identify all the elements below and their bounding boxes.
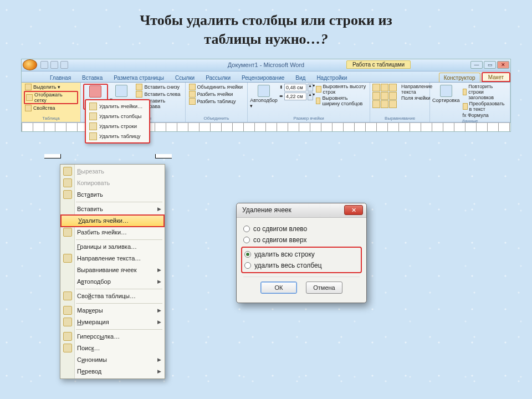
chevron-right-icon: ▶ <box>157 357 161 362</box>
ctx-bullets[interactable]: Маркеры▶ <box>60 305 165 316</box>
ctx-split-cells[interactable]: Разбить ячейки… <box>60 227 165 238</box>
insert-left-button[interactable]: Вставить слева <box>135 91 182 98</box>
qat-save-icon[interactable] <box>40 61 48 69</box>
repeat-header-button[interactable]: Повторить строки заголовков <box>462 84 508 100</box>
ctx-hyperlink[interactable]: Гиперссылка… <box>60 331 165 342</box>
row-height-input[interactable]: ⬍0,48 см▲▼ <box>279 84 313 91</box>
radio-delete-row[interactable]: удалить всю строку <box>244 249 359 260</box>
tab-table-design[interactable]: Конструктор <box>439 73 480 82</box>
group-alignment: Направление текста Поля ячейки Выравнива… <box>370 83 430 122</box>
split-table-button[interactable]: Разбить таблицу <box>188 98 237 105</box>
delete-dropdown-menu: Удалить ячейки… Удалить столбцы Удалить … <box>85 99 150 144</box>
align-bl-icon[interactable] <box>372 100 380 108</box>
align-br-icon[interactable] <box>389 100 397 108</box>
convert-text-button[interactable]: Преобразовать в текст <box>462 101 508 112</box>
radio-shift-left[interactable]: со сдвигом влево <box>243 223 360 234</box>
copy-icon <box>63 178 72 187</box>
dialog-titlebar[interactable]: Удаление ячеек ✕ <box>237 203 366 218</box>
col-width-icon: ⬌ <box>279 94 283 99</box>
ctx-table-properties[interactable]: Свойства таблицы… <box>60 290 165 302</box>
maximize-button[interactable]: ▭ <box>484 61 496 69</box>
office-button[interactable] <box>23 59 37 70</box>
contextual-tab-group-label: Работа с таблицами <box>346 60 411 69</box>
tab-mailings[interactable]: Рассылки <box>201 73 236 82</box>
numbering-icon <box>63 318 72 326</box>
align-bc-icon[interactable] <box>381 100 388 108</box>
chevron-right-icon: ▶ <box>157 319 161 325</box>
titlebar: Документ1 - Microsoft Word Работа с табл… <box>22 59 510 71</box>
radio-shift-up[interactable]: со сдвигом вверх <box>243 234 360 245</box>
dialog-buttons: ОК Отмена <box>243 277 360 299</box>
align-tc-icon[interactable] <box>381 84 388 91</box>
formula-button[interactable]: fx Формула <box>462 112 508 118</box>
qat-undo-icon[interactable] <box>50 61 58 69</box>
ctx-insert[interactable]: Вставить▶ <box>60 203 165 215</box>
align-ml-icon[interactable] <box>372 92 380 100</box>
qat-redo-icon[interactable] <box>60 61 68 69</box>
tab-references[interactable]: Ссылки <box>170 73 200 82</box>
col-width-input[interactable]: ⬌4,22 см▲▼ <box>279 93 313 100</box>
delete-x-icon <box>89 85 101 98</box>
ctx-paste[interactable]: Вставить <box>60 189 165 201</box>
ctx-autofit[interactable]: Автоподбор▶ <box>60 276 165 288</box>
radio-delete-col[interactable]: удалить весь столбец <box>244 260 359 271</box>
alignment-grid[interactable] <box>372 84 397 108</box>
ctx-cut[interactable]: Вырезать <box>60 166 165 177</box>
delete-cells-menuitem[interactable]: Удалить ячейки… <box>86 101 149 111</box>
distribute-rows-button[interactable]: Выровнять высоту строк <box>315 84 367 95</box>
slide-title-line2: таблицы нужно <box>204 31 306 47</box>
split-cells-button[interactable]: Разбить ячейки <box>188 91 234 98</box>
close-button[interactable]: ✕ <box>497 61 509 69</box>
radio-selected-icon <box>244 251 251 258</box>
delete-table-menuitem[interactable]: Удалить таблицу <box>86 131 149 141</box>
minimize-button[interactable]: — <box>470 61 483 69</box>
delete-columns-icon <box>89 112 97 120</box>
ctx-lookup[interactable]: Поиск… <box>60 342 165 354</box>
ctx-separator <box>76 239 162 240</box>
ctx-delete-cells[interactable]: Удалить ячейки… <box>60 214 165 227</box>
quick-access-toolbar <box>40 61 68 69</box>
sort-button[interactable]: Сортировка <box>432 84 459 103</box>
dialog-close-button[interactable]: ✕ <box>344 205 363 215</box>
radio-icon <box>244 262 251 269</box>
align-tl-icon[interactable] <box>372 84 380 91</box>
delete-rows-icon <box>89 122 97 130</box>
ctx-copy[interactable]: Копировать <box>60 177 165 189</box>
highlighted-radio-group: удалить всю строку удалить весь столбец <box>241 247 362 273</box>
ok-button[interactable]: ОК <box>260 282 297 294</box>
context-menu: Вырезать Копировать Вставить Вставить▶ У… <box>60 164 165 379</box>
slide-heading: Чтобы удалить столбцы или строки из табл… <box>0 0 532 54</box>
align-mr-icon[interactable] <box>389 92 397 100</box>
tab-insert[interactable]: Вставка <box>77 73 108 82</box>
radio-icon <box>243 226 250 232</box>
group-data: Сортировка Повторить строки заголовков П… <box>430 83 510 122</box>
show-gridlines-button[interactable]: Отображать сетку <box>24 91 78 104</box>
tab-table-layout[interactable]: Макет <box>482 72 510 82</box>
cell-margins-button[interactable]: Поля ячейки <box>400 95 433 101</box>
ctx-numbering[interactable]: Нумерация▶ <box>60 316 165 328</box>
table-properties-button[interactable]: Свойства <box>24 105 57 111</box>
select-button[interactable]: Выделить ▾ <box>24 84 62 90</box>
insert-below-button[interactable]: Вставить снизу <box>135 84 182 90</box>
ctx-translate[interactable]: Перевод▶ <box>60 366 165 377</box>
slide-title-tail: …? <box>306 31 328 47</box>
window-buttons: — ▭ ✕ <box>470 61 509 69</box>
tab-review[interactable]: Рецензирование <box>237 73 289 82</box>
tab-addins[interactable]: Надстройки <box>311 73 352 82</box>
tab-home[interactable]: Главная <box>45 73 76 82</box>
ctx-text-direction[interactable]: Направление текста… <box>60 253 165 264</box>
distribute-cols-button[interactable]: Выровнять ширину столбцов <box>315 95 367 106</box>
align-mc-icon[interactable] <box>381 92 388 100</box>
delete-rows-menuitem[interactable]: Удалить строки <box>86 121 149 131</box>
ctx-borders-shading[interactable]: Границы и заливка… <box>60 241 165 253</box>
ctx-synonyms[interactable]: Синонимы▶ <box>60 354 165 366</box>
autofit-button[interactable]: Автоподбор ▾ <box>250 84 278 109</box>
merge-cells-button[interactable]: Объединить ячейки <box>188 84 244 90</box>
align-tr-icon[interactable] <box>389 84 397 91</box>
delete-columns-menuitem[interactable]: Удалить столбцы <box>86 111 149 121</box>
tab-pagelayout[interactable]: Разметка страницы <box>109 73 169 82</box>
cancel-button[interactable]: Отмена <box>306 282 342 294</box>
text-direction-button[interactable]: Направление текста <box>400 84 433 95</box>
tab-view[interactable]: Вид <box>290 73 310 82</box>
ctx-cell-alignment[interactable]: Выравнивание ячеек▶ <box>60 264 165 276</box>
